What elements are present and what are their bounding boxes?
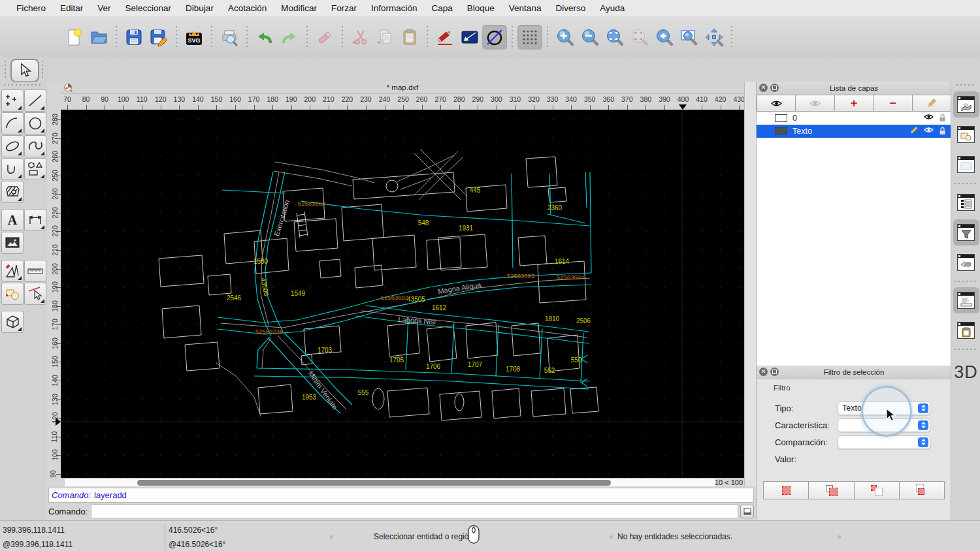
redo-button[interactable] bbox=[277, 25, 302, 50]
lock-icon[interactable] bbox=[939, 127, 946, 135]
zoom-window-button[interactable] bbox=[677, 25, 702, 50]
modify-entity-button[interactable] bbox=[24, 283, 46, 305]
hatch-tool-button[interactable] bbox=[1, 181, 24, 203]
command-input[interactable] bbox=[91, 504, 738, 518]
combo-stepper-icon[interactable] bbox=[918, 420, 928, 430]
solid-3d-button[interactable] bbox=[1, 311, 24, 333]
copy-button[interactable]: + bbox=[372, 25, 397, 50]
svg-export-button[interactable]: SVG bbox=[182, 25, 206, 50]
pencil-icon[interactable] bbox=[909, 127, 918, 135]
combo-stepper-icon[interactable] bbox=[918, 403, 928, 413]
hide-all-layers-button[interactable] bbox=[796, 95, 834, 112]
zoom-previous-button[interactable] bbox=[652, 25, 677, 50]
close-icon[interactable]: ✕ bbox=[759, 368, 768, 376]
drawing-canvas[interactable]: 4452360548193116141580254615494350516121… bbox=[61, 110, 744, 478]
show-all-layers-button[interactable] bbox=[757, 95, 796, 112]
intersect-selection-button[interactable] bbox=[900, 481, 945, 499]
line-angle-button[interactable] bbox=[457, 25, 482, 50]
image-tool-button[interactable] bbox=[1, 232, 24, 254]
menu-item-diverso[interactable]: Diverso bbox=[548, 0, 593, 16]
arc-tool-button[interactable] bbox=[1, 112, 24, 134]
menu-item-fichero[interactable]: Fichero bbox=[9, 0, 53, 16]
filter-combo-comparación[interactable] bbox=[838, 435, 930, 449]
menu-item-forzar[interactable]: Forzar bbox=[324, 0, 364, 16]
dimension-tool-button[interactable] bbox=[24, 209, 46, 231]
menu-item-seleccionar[interactable]: Seleccionar bbox=[118, 0, 179, 16]
grid-toggle-button[interactable] bbox=[517, 25, 542, 50]
menu-item-modificar[interactable]: Modificar bbox=[274, 0, 324, 16]
command-widget-dock-button[interactable] bbox=[953, 287, 979, 313]
ruler-label: 320 bbox=[528, 95, 540, 103]
combo-stepper-icon[interactable] bbox=[918, 437, 928, 447]
undo-button[interactable] bbox=[252, 25, 277, 50]
ruler-label: 280 bbox=[453, 95, 465, 103]
library-browser-dock-button[interactable] bbox=[953, 151, 979, 178]
detach-icon[interactable] bbox=[770, 368, 779, 376]
layer-row-0[interactable]: 0 bbox=[757, 112, 951, 125]
edit-layer-button[interactable] bbox=[913, 95, 951, 112]
eye-icon[interactable] bbox=[924, 114, 934, 120]
menu-item-editar[interactable]: Editar bbox=[53, 0, 90, 16]
line-tool-button[interactable] bbox=[24, 89, 46, 112]
modify-tools-button[interactable] bbox=[1, 260, 24, 282]
lock-icon[interactable] bbox=[939, 114, 946, 122]
point-tool-button[interactable] bbox=[1, 89, 24, 112]
zoom-auto-button[interactable] bbox=[602, 25, 627, 50]
measure-tool-button[interactable] bbox=[24, 260, 46, 282]
selection-filter-dock-button[interactable] bbox=[953, 219, 979, 245]
menu-item-ayuda[interactable]: Ayuda bbox=[593, 0, 632, 16]
save-button[interactable] bbox=[122, 25, 146, 50]
zoom-out-button[interactable] bbox=[578, 25, 602, 50]
close-icon[interactable]: ✕ bbox=[759, 84, 768, 92]
block-list-dock-button[interactable] bbox=[953, 121, 979, 148]
open-file-button[interactable] bbox=[86, 25, 111, 50]
zoom-in-button[interactable] bbox=[553, 25, 578, 50]
draw-pencil-button[interactable] bbox=[433, 25, 457, 50]
menu-item-ver[interactable]: Ver bbox=[90, 0, 118, 16]
eye-icon[interactable] bbox=[924, 127, 934, 133]
menu-item-ventana[interactable]: Ventana bbox=[502, 0, 549, 16]
block-edit-button[interactable] bbox=[1, 283, 24, 305]
menu-item-bloque[interactable]: Bloque bbox=[460, 0, 502, 16]
text-tool-button[interactable]: A bbox=[1, 209, 24, 231]
menu-item-información[interactable]: Información bbox=[364, 0, 425, 16]
construction-toggle-button[interactable] bbox=[482, 25, 507, 50]
add-to-selection-button[interactable] bbox=[809, 481, 854, 499]
clipboard-dock-button[interactable] bbox=[953, 317, 979, 343]
menu-item-dibujar[interactable]: Dibujar bbox=[178, 0, 221, 16]
cut-button[interactable]: + bbox=[348, 25, 372, 50]
print-preview-button[interactable] bbox=[217, 25, 242, 50]
select-all-button[interactable] bbox=[763, 481, 809, 499]
add-layer-button[interactable]: + bbox=[835, 95, 874, 112]
zoom-selection-button[interactable] bbox=[627, 25, 652, 50]
ruler-label: 190 bbox=[286, 95, 297, 103]
spline-tool-button[interactable] bbox=[24, 135, 46, 157]
ellipse-tool-button[interactable] bbox=[1, 135, 24, 157]
polyline-tool-button[interactable] bbox=[1, 158, 24, 180]
ruler-tick bbox=[385, 105, 385, 110]
layer-list-dock-button[interactable] bbox=[953, 91, 979, 118]
relative-zero-dock-button[interactable] bbox=[953, 249, 979, 276]
detach-icon[interactable] bbox=[770, 84, 779, 92]
menu-item-acotación[interactable]: Acotación bbox=[221, 0, 274, 16]
circle-tool-button[interactable] bbox=[24, 112, 46, 134]
pan-button[interactable] bbox=[702, 25, 727, 50]
property-editor-dock-button[interactable] bbox=[953, 189, 979, 215]
layer-row-texto[interactable]: Texto bbox=[757, 125, 951, 138]
command-panel-toggle-button[interactable] bbox=[740, 505, 754, 518]
scrollbar-thumb[interactable] bbox=[137, 480, 611, 486]
vertical-scrollbar[interactable] bbox=[744, 82, 757, 486]
new-file-button[interactable] bbox=[61, 25, 86, 50]
remove-layer-button[interactable]: − bbox=[874, 95, 912, 112]
delete-button[interactable] bbox=[312, 25, 337, 50]
paste-button[interactable] bbox=[397, 25, 422, 50]
remove-from-selection-button[interactable] bbox=[855, 481, 900, 499]
layer-color-swatch[interactable] bbox=[775, 114, 787, 122]
ruler-tick bbox=[67, 105, 68, 110]
menu-item-capa[interactable]: Capa bbox=[425, 0, 460, 16]
selection-tool-button[interactable] bbox=[10, 59, 39, 82]
shapes-tool-button[interactable] bbox=[24, 158, 46, 180]
view-3d-label[interactable]: 3D bbox=[954, 362, 978, 383]
layer-color-swatch[interactable] bbox=[775, 127, 787, 135]
save-as-button[interactable] bbox=[146, 25, 171, 50]
